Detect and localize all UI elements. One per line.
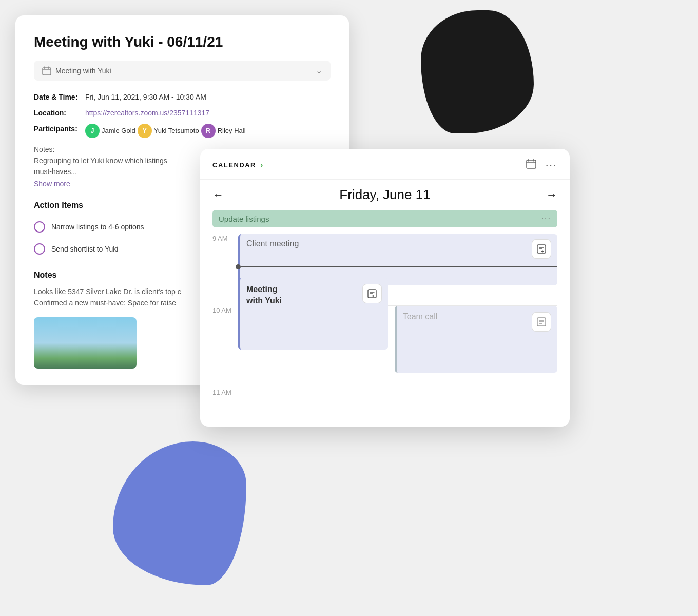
participant-name-yuki: Yuki Tetsumoto — [154, 126, 199, 136]
calendar-date-title: Friday, June 11 — [339, 187, 430, 203]
prev-day-button[interactable]: ← — [212, 188, 224, 202]
calendar-header: CALENDAR › ⋯ — [200, 149, 570, 180]
calendar-body: Update listings ··· 9 AM Client meeting — [200, 210, 570, 427]
avatar-jamie: J — [85, 124, 100, 138]
date-time-label: Date & Time: — [34, 92, 85, 103]
chevron-down-icon[interactable]: ⌄ — [316, 66, 322, 75]
checkbox-narrow-listings[interactable] — [34, 221, 45, 233]
note-plus-icon — [536, 244, 547, 254]
allday-event-more-icon[interactable]: ··· — [541, 214, 551, 223]
now-indicator — [238, 264, 557, 270]
date-time-value: Fri, Jun 11, 2021, 9:30 AM - 10:30 AM — [85, 92, 206, 103]
checkbox-send-shortlist[interactable] — [34, 243, 45, 255]
participants-row: Participants: J Jamie Gold Y Yuki Tetsum… — [34, 124, 331, 138]
participant-name-jamie: Jamie Gold — [102, 126, 135, 136]
calendar-title-area: CALENDAR › — [212, 161, 263, 170]
slot-area-10am: Meetingwith Yuki Team call — [238, 305, 557, 388]
meeting-card-title: Meeting with Yuki - 06/11/21 — [34, 34, 331, 50]
time-slot-11am: 11 AM — [212, 388, 557, 418]
note-icon-team — [536, 317, 547, 327]
participants-label: Participants: — [34, 124, 85, 134]
calendar-icon-btn[interactable] — [526, 158, 537, 172]
event-meeting-yuki[interactable]: Meetingwith Yuki — [238, 278, 388, 350]
avatar-riley: R — [201, 124, 216, 138]
action-item-label-1: Narrow listings to 4-6 options — [51, 223, 144, 231]
meeting-yuki-label: Meetingwith Yuki — [246, 284, 282, 307]
allday-event-update-listings[interactable]: Update listings ··· — [212, 210, 557, 227]
avatar-yuki: Y — [138, 124, 152, 138]
time-slot-10am: 10 AM Meetingwith Yuki — [212, 305, 557, 388]
team-call-label: Team call — [403, 312, 438, 321]
now-indicator-container — [238, 264, 557, 270]
meeting-selector-left: Meeting with Yuki — [42, 66, 111, 75]
location-row: Location: https://zerealtors.zoom.us/235… — [34, 108, 331, 119]
participant-name-riley: Riley Hall — [218, 126, 246, 136]
photo-placeholder — [34, 317, 137, 369]
team-call-note-icon[interactable] — [532, 312, 551, 332]
meeting-selector-label: Meeting with Yuki — [55, 67, 111, 75]
participants-group: J Jamie Gold Y Yuki Tetsumoto R Riley Ha… — [85, 124, 246, 138]
time-label-10am: 10 AM — [212, 305, 238, 314]
time-slots-area: 9 AM Client meeting — [200, 234, 570, 418]
calendar-header-icon — [526, 158, 537, 169]
note-plus-icon-yuki — [367, 288, 377, 299]
date-time-row: Date & Time: Fri, Jun 11, 2021, 9:30 AM … — [34, 92, 331, 103]
meeting-meta: Date & Time: Fri, Jun 11, 2021, 9:30 AM … — [34, 92, 331, 138]
calendar-icon — [42, 66, 51, 75]
meeting-selector[interactable]: Meeting with Yuki ⌄ — [34, 61, 331, 81]
calendar-header-icons: ⋯ — [526, 158, 557, 172]
svg-rect-1 — [527, 160, 536, 168]
calendar-widget: CALENDAR › ⋯ ← Friday, June 11 → Update … — [200, 149, 570, 427]
now-dot — [236, 264, 241, 270]
now-line — [241, 266, 557, 267]
time-label-9am: 9 AM — [212, 234, 238, 242]
allday-event-label: Update listings — [219, 215, 269, 223]
svg-rect-0 — [43, 68, 51, 75]
client-meeting-label: Client meeting — [246, 239, 299, 248]
location-label: Location: — [34, 108, 85, 119]
participant-jamie: J Jamie Gold — [85, 124, 135, 138]
action-item-label-2: Send shortlist to Yuki — [51, 245, 118, 253]
slot-area-11am — [238, 388, 557, 418]
time-label-11am: 11 AM — [212, 388, 238, 396]
client-meeting-note-icon[interactable] — [532, 239, 551, 259]
show-more-button[interactable]: Show more — [34, 180, 70, 188]
meeting-yuki-note-icon[interactable] — [362, 284, 382, 303]
event-team-call[interactable]: Team call — [395, 306, 557, 373]
participant-riley: R Riley Hall — [201, 124, 246, 138]
location-link[interactable]: https://zerealtors.zoom.us/2357111317 — [85, 108, 209, 119]
calendar-label: CALENDAR — [212, 161, 256, 169]
participant-yuki: Y Yuki Tetsumoto — [138, 124, 199, 138]
decorative-blob-dark — [421, 10, 534, 133]
next-day-button[interactable]: → — [546, 188, 557, 202]
calendar-expand-icon[interactable]: › — [260, 161, 263, 170]
sky-image — [34, 317, 137, 369]
decorative-blob-blue — [113, 441, 246, 585]
calendar-nav: ← Friday, June 11 → — [200, 180, 570, 210]
more-options-icon[interactable]: ⋯ — [545, 159, 557, 172]
